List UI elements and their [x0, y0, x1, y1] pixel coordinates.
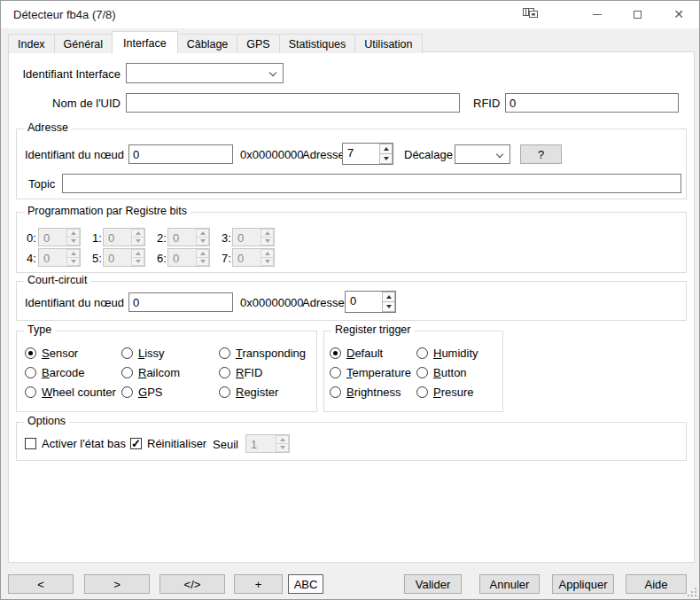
title-bar[interactable]: Détecteur fb4a (7/8) ✕ [1, 1, 699, 28]
court-circuit-group-title: Court-circuit [24, 274, 90, 286]
bit-5-label: 5: [92, 252, 102, 265]
radio-dot [219, 347, 230, 359]
appliquer-button[interactable]: Appliquer [552, 574, 614, 594]
node-id-hex: 0x00000000 [240, 148, 304, 161]
resize-grip[interactable] [686, 586, 696, 596]
spin-up-button [131, 249, 144, 258]
rfid-input[interactable] [505, 93, 679, 113]
uid-name-label: Nom de l'UID [9, 97, 121, 110]
arrow-up-icon [136, 231, 141, 235]
adresse-group-title: Adresse [24, 121, 72, 134]
prev-button[interactable]: < [8, 574, 74, 594]
arrow-up-icon [200, 252, 206, 255]
decalage-label: Décalage [404, 148, 453, 161]
abc-button[interactable]: ABC [288, 574, 323, 594]
tab-gps[interactable]: GPS [237, 34, 279, 53]
arrow-down-icon [71, 239, 76, 243]
radio-temperature[interactable]: Temperature [330, 365, 411, 379]
register-trigger-group: Register trigger Default Humidity Temper… [323, 331, 503, 412]
decalage-combobox[interactable] [455, 144, 510, 164]
cc-adresse-spinner[interactable]: 0 [345, 291, 396, 313]
tab-statistiques[interactable]: Statistiques [279, 34, 356, 53]
next-button[interactable]: > [84, 574, 150, 594]
radio-dot [416, 367, 428, 378]
arrow-up-icon [280, 438, 285, 441]
valider-button[interactable]: Valider [404, 574, 462, 594]
radio-dot [330, 367, 341, 378]
tab-general[interactable]: Général [54, 34, 113, 53]
radio-label: Transponding [236, 347, 306, 360]
interface-id-combobox[interactable] [126, 63, 284, 83]
annuler-button[interactable]: Annuler [479, 574, 540, 594]
spin-up-button[interactable] [382, 292, 395, 302]
tab-cablage[interactable]: Câblage [177, 34, 238, 53]
radio-register[interactable]: Register [219, 385, 278, 399]
spin-up-button[interactable] [379, 144, 393, 154]
arrow-down-icon [71, 260, 76, 263]
arrow-down-icon [384, 157, 389, 160]
checkbox-activer-etat-bas[interactable]: Activer l'état bas [25, 436, 126, 450]
topic-input[interactable] [62, 174, 681, 193]
checkbox-reinitialiser[interactable]: Réinitialiser [130, 436, 206, 450]
node-id-label: Identifiant du nœud [25, 148, 124, 161]
spin-down-button [66, 258, 80, 266]
radio-label: Temperature [346, 366, 411, 379]
help-question-button[interactable]: ? [520, 144, 562, 164]
dock-window-button[interactable] [520, 5, 541, 23]
cc-node-id-input[interactable] [128, 292, 233, 312]
node-id-input[interactable] [128, 144, 233, 164]
radio-barcode[interactable]: Barcode [25, 365, 84, 379]
spin-down-button [196, 258, 209, 266]
spin-down-button[interactable] [379, 154, 393, 164]
arrow-down-icon [265, 239, 270, 243]
aide-button[interactable]: Aide [626, 574, 687, 594]
checkbox-label: Activer l'état bas [42, 437, 126, 450]
bit-6-label: 6: [157, 252, 167, 265]
bit-2-value: 0 [168, 229, 196, 245]
tab-index[interactable]: Index [8, 34, 55, 53]
radio-humidity[interactable]: Humidity [416, 346, 478, 360]
radio-button[interactable]: Button [416, 365, 467, 379]
court-circuit-group: Court-circuit Identifiant du nœud 0x0000… [16, 281, 687, 321]
radio-presure[interactable]: Presure [416, 385, 474, 399]
radio-brightness[interactable]: Brightness [330, 385, 401, 399]
chevron-down-icon [496, 151, 503, 158]
spin-up-button [196, 249, 209, 258]
arrow-down-icon [386, 305, 392, 308]
maximize-button[interactable] [626, 5, 648, 23]
minimize-button[interactable] [587, 5, 608, 23]
radio-wheel-counter[interactable]: Wheel counter [25, 385, 116, 399]
spin-down-button[interactable] [382, 302, 395, 312]
topic-label: Topic [28, 177, 55, 191]
add-button[interactable]: + [234, 574, 283, 594]
adresse-spinner[interactable]: 7 [342, 143, 393, 165]
bit-2-label: 2: [157, 231, 167, 245]
radio-label: Barcode [42, 366, 84, 379]
arrow-up-icon [71, 231, 76, 235]
radio-rfid[interactable]: RFID [219, 365, 262, 379]
bit-5-spinner: 0 [103, 248, 145, 267]
spin-down-button [66, 238, 80, 245]
radio-lissy[interactable]: Lissy [121, 346, 165, 360]
bit-6-value: 0 [168, 249, 196, 266]
close-button[interactable]: ✕ [668, 5, 689, 23]
options-group-title: Options [24, 415, 69, 427]
code-button[interactable]: </> [159, 574, 225, 594]
type-group-title: Type [24, 323, 55, 336]
radio-railcom[interactable]: Railcom [121, 365, 180, 379]
radio-label: Railcom [138, 366, 180, 379]
bit-4-spinner: 0 [38, 248, 81, 267]
tab-utilisation[interactable]: Utilisation [354, 34, 422, 53]
radio-default[interactable]: Default [330, 346, 383, 360]
radio-dot [121, 386, 133, 398]
uid-name-input[interactable] [126, 93, 460, 113]
seuil-spinner: 1 [245, 434, 290, 453]
cc-adresse-label: Adresse [302, 296, 345, 309]
radio-gps[interactable]: GPS [121, 385, 162, 399]
tab-interface[interactable]: Interface [112, 31, 178, 54]
bit-1-label: 1: [92, 231, 102, 245]
radio-sensor[interactable]: Sensor [25, 346, 78, 360]
arrow-up-icon [136, 252, 141, 255]
spin-down-button [196, 238, 209, 245]
radio-transponding[interactable]: Transponding [219, 346, 306, 360]
